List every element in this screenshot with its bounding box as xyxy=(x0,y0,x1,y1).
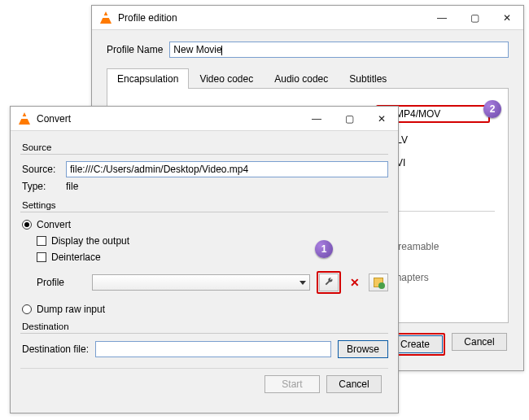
chevron-down-icon xyxy=(299,281,306,285)
source-input[interactable]: file:///C:/Users/admin/Desktop/Video.mp4 xyxy=(66,161,388,177)
maximize-button[interactable]: ▢ xyxy=(333,107,365,130)
cancel-button[interactable]: Cancel xyxy=(326,375,382,393)
titlebar[interactable]: Convert — ▢ ✕ xyxy=(11,107,398,131)
radio-label: Dump raw input xyxy=(37,304,105,315)
tab-audio-codec[interactable]: Audio codec xyxy=(264,68,339,89)
callout-1: 1 xyxy=(315,240,333,258)
titlebar[interactable]: Profile edition — ▢ ✕ xyxy=(92,6,523,30)
destination-input[interactable] xyxy=(95,341,331,357)
edit-profile-button[interactable] xyxy=(319,273,339,291)
vlc-cone-icon xyxy=(17,112,32,126)
type-label: Type: xyxy=(22,181,59,192)
profile-dropdown[interactable] xyxy=(92,274,310,291)
dest-label: Destination file: xyxy=(22,343,89,355)
group-source: Source xyxy=(22,142,388,152)
tab-bar: Encapsulation Video codec Audio codec Su… xyxy=(107,68,509,89)
cancel-button[interactable]: Cancel xyxy=(452,333,507,351)
checkbox-deinterlace[interactable]: Deinterlace xyxy=(37,252,388,263)
wrench-icon xyxy=(324,278,334,287)
callout-2: 2 xyxy=(483,100,501,118)
type-value: file xyxy=(66,181,78,192)
radio-label: MP4/MOV xyxy=(396,108,440,120)
profile-name-label: Profile Name xyxy=(107,44,163,55)
radio-dump-raw[interactable]: Dump raw input xyxy=(22,304,388,315)
profile-label: Profile xyxy=(37,277,85,288)
close-button[interactable]: ✕ xyxy=(491,7,523,29)
radio-label: Convert xyxy=(37,219,71,230)
tab-subtitles[interactable]: Subtitles xyxy=(339,68,397,89)
checkbox-label: Display the output xyxy=(51,235,129,247)
radio-icon xyxy=(22,304,32,314)
close-button[interactable]: ✕ xyxy=(365,107,398,130)
tab-video-codec[interactable]: Video codec xyxy=(189,68,264,89)
checkbox-display-output[interactable]: Display the output xyxy=(37,235,388,247)
group-destination: Destination xyxy=(22,322,388,331)
tab-encapsulation[interactable]: Encapsulation xyxy=(107,68,189,89)
maximize-button[interactable]: ▢ xyxy=(458,7,491,29)
group-settings: Settings xyxy=(22,200,388,210)
checkbox-label: Deinterlace xyxy=(51,252,101,263)
x-icon: ✕ xyxy=(350,277,360,288)
convert-window: Convert — ▢ ✕ Source Source: file:///C:/… xyxy=(10,106,399,413)
checkbox-icon xyxy=(37,236,46,246)
vlc-cone-icon xyxy=(98,11,113,25)
window-title: Convert xyxy=(37,113,71,125)
checkbox-icon xyxy=(37,252,46,262)
profile-name-input[interactable]: New Movie xyxy=(169,42,509,58)
radio-icon xyxy=(22,220,32,230)
start-button[interactable]: Start xyxy=(264,375,320,393)
minimize-button[interactable]: — xyxy=(426,7,458,29)
minimize-button[interactable]: — xyxy=(300,107,333,130)
delete-profile-button[interactable]: ✕ xyxy=(348,273,362,291)
new-profile-button[interactable] xyxy=(369,273,388,291)
window-title: Profile edition xyxy=(118,12,177,24)
source-label: Source: xyxy=(22,164,59,175)
browse-button[interactable]: Browse xyxy=(338,340,388,358)
new-profile-icon xyxy=(374,278,383,287)
radio-convert[interactable]: Convert xyxy=(22,219,388,230)
